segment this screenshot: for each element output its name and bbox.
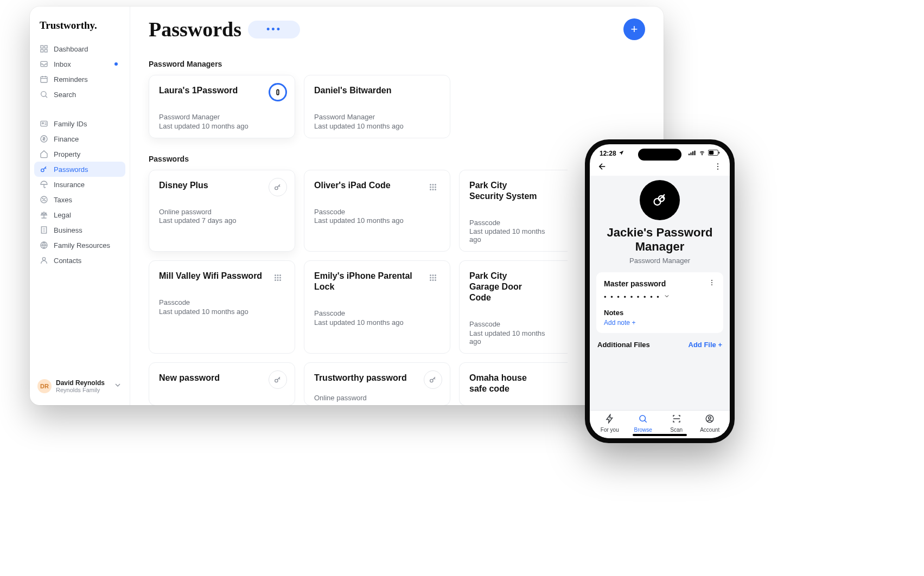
keypad-icon <box>269 268 287 287</box>
svg-point-10 <box>41 169 44 171</box>
password-manager-card[interactable]: Laura's 1Password Password Manager Last … <box>149 75 295 138</box>
svg-point-43 <box>430 279 431 281</box>
password-card[interactable]: Mill Valley Wifi Password Passcode Last … <box>149 260 295 354</box>
add-file-button[interactable]: Add File + <box>689 341 722 349</box>
card-title: Mill Valley Wifi Password <box>159 271 285 281</box>
tab-label: Account <box>700 427 719 433</box>
tab-account[interactable]: Account <box>693 414 727 433</box>
key-icon <box>269 178 287 196</box>
sidebar-item-finance[interactable]: Finance <box>34 131 125 146</box>
back-button[interactable] <box>597 162 607 174</box>
sidebar-item-reminders[interactable]: Reminders <box>34 72 125 87</box>
password-card[interactable]: Omaha house safe code Passcode <box>459 362 568 405</box>
sidebar-item-property[interactable]: Property <box>34 146 125 162</box>
password-masked[interactable]: • • • • • • • • • <box>604 293 716 301</box>
brand-logo: Trustworthy. <box>30 20 130 41</box>
card-subtitle: Passcode <box>469 218 558 228</box>
svg-point-31 <box>275 277 276 279</box>
svg-point-62 <box>711 282 712 283</box>
sidebar-item-search[interactable]: Search <box>34 87 125 102</box>
sidebar-item-contacts[interactable]: Contacts <box>34 253 125 268</box>
notes-label: Notes <box>604 309 716 317</box>
svg-point-12 <box>42 198 43 199</box>
svg-point-16 <box>42 258 45 260</box>
sidebar-item-business[interactable]: Business <box>34 222 125 238</box>
svg-rect-55 <box>718 152 719 153</box>
dynamic-island <box>638 149 681 161</box>
password-card[interactable]: Park City Garage Door Code Passcode Last… <box>459 260 568 354</box>
more-vertical-icon[interactable] <box>708 279 716 289</box>
svg-point-6 <box>41 92 46 97</box>
card-subtitle: Passcode <box>314 309 440 318</box>
chevron-down-icon <box>664 293 670 301</box>
password-card[interactable]: Oliver's iPad Code Passcode Last updated… <box>304 170 450 252</box>
lightning-icon <box>605 414 615 426</box>
svg-rect-14 <box>41 227 46 233</box>
card-subtitle: Passcode <box>159 298 285 308</box>
phone-screen: 12:28 <box>590 144 730 438</box>
add-button[interactable]: + <box>623 18 645 40</box>
card-updated: Last updated 10 months ago <box>159 308 285 316</box>
tab-browse[interactable]: Browse <box>627 414 660 433</box>
password-card[interactable]: Park City Security System Passcode Last … <box>459 170 568 252</box>
svg-rect-5 <box>41 76 47 82</box>
tab-for-you[interactable]: For you <box>593 414 627 433</box>
sidebar-item-family-ids[interactable]: Family IDs <box>34 116 125 131</box>
password-card[interactable]: Disney Plus Online password Last updated… <box>149 170 295 252</box>
svg-point-47 <box>430 379 433 382</box>
sidebar-item-label: Property <box>54 150 80 158</box>
svg-point-59 <box>654 199 661 205</box>
svg-point-20 <box>432 184 434 185</box>
svg-point-30 <box>279 274 281 276</box>
password-card[interactable]: New password <box>149 362 295 405</box>
card-title: Oliver's iPad Code <box>314 180 440 191</box>
card-subtitle: Passcode <box>314 207 440 217</box>
card-subtitle: Online password <box>314 393 440 403</box>
svg-rect-51 <box>694 151 696 155</box>
svg-rect-1 <box>44 46 47 48</box>
card-updated: Last updated 10 months ago <box>469 329 558 345</box>
sidebar-item-legal[interactable]: Legal <box>34 207 125 222</box>
card-title: Disney Plus <box>159 180 285 191</box>
sidebar-item-passwords[interactable]: Passwords <box>34 162 125 177</box>
user-switcher[interactable]: DR David Reynolds Reynolds Family <box>30 374 130 399</box>
card-updated: Last updated 10 months ago <box>469 227 558 244</box>
battery-icon <box>708 150 720 157</box>
card-subtitle: Online password <box>159 207 285 217</box>
password-card[interactable]: Trustworthy password Online password <box>304 362 450 405</box>
sidebar-item-label: Insurance <box>54 181 85 189</box>
sidebar-item-dashboard[interactable]: Dashboard <box>34 41 125 56</box>
passwords-grid: Disney Plus Online password Last updated… <box>149 170 645 405</box>
tab-scan[interactable]: Scan <box>660 414 693 433</box>
sidebar-item-label: Business <box>54 226 82 234</box>
more-vertical-icon[interactable] <box>713 162 722 173</box>
svg-point-40 <box>430 277 431 279</box>
sidebar-item-insurance[interactable]: Insurance <box>34 177 125 192</box>
sidebar-item-taxes[interactable]: Taxes <box>34 192 125 207</box>
unread-dot-icon <box>114 62 118 66</box>
password-card[interactable]: Emily's iPhone Parental Lock Passcode La… <box>304 260 450 354</box>
password-manager-card[interactable]: Daniel's Bitwarden Password Manager Last… <box>304 75 450 138</box>
more-actions-pill[interactable]: ••• <box>248 21 300 39</box>
sidebar-item-label: Reminders <box>54 75 88 84</box>
globe-icon <box>40 241 48 249</box>
card-subtitle: Password Manager <box>159 112 285 122</box>
sidebar-item-inbox[interactable]: Inbox <box>34 56 125 72</box>
svg-point-61 <box>711 280 712 281</box>
section-title-passwords: Passwords <box>149 155 645 163</box>
user-family: Reynolds Family <box>56 387 105 393</box>
sidebar-item-label: Search <box>54 91 76 99</box>
svg-point-36 <box>279 279 281 281</box>
item-subtitle: Password Manager <box>629 257 690 265</box>
svg-point-21 <box>435 184 436 185</box>
scan-icon <box>672 414 681 426</box>
add-note-button[interactable]: Add note + <box>604 319 716 327</box>
svg-point-18 <box>275 187 278 189</box>
svg-rect-3 <box>44 49 47 52</box>
key-icon <box>424 370 442 389</box>
location-icon <box>619 150 624 157</box>
managers-grid: Laura's 1Password Password Manager Last … <box>149 75 645 138</box>
keypad-icon <box>424 178 442 196</box>
sidebar-item-family-resources[interactable]: Family Resources <box>34 238 125 253</box>
svg-point-33 <box>279 277 281 279</box>
